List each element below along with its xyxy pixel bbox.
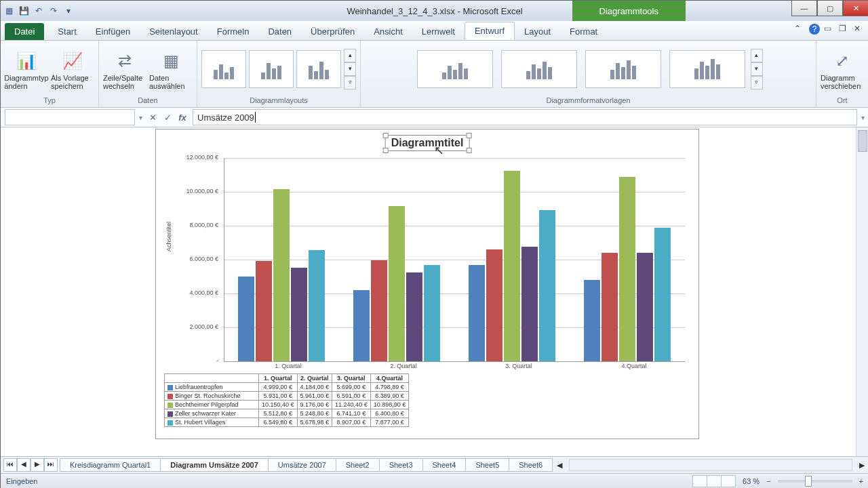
formula-input[interactable]: Umsätze 2009	[193, 109, 857, 125]
sheet-tab[interactable]: Umsätze 2007	[268, 458, 336, 472]
bar[interactable]	[637, 253, 653, 361]
ribbon-collapse-icon[interactable]: ⌃	[794, 24, 805, 35]
bar[interactable]	[273, 189, 290, 361]
group-typ: 📊Diagrammtyp ändern 📈Als Vorlage speiche…	[1, 41, 99, 107]
zoom-out-button[interactable]: −	[766, 477, 770, 485]
tab-entwurf[interactable]: Entwurf	[465, 22, 515, 40]
chart-layout-option[interactable]	[201, 50, 246, 88]
bar[interactable]	[238, 277, 254, 361]
bar[interactable]	[486, 249, 502, 361]
first-sheet-button[interactable]: ⏮	[3, 458, 17, 472]
bar[interactable]	[539, 210, 555, 361]
save-template-button[interactable]: 📈Als Vorlage speichern	[51, 48, 94, 90]
chart-layout-option[interactable]	[296, 50, 341, 88]
chart-layout-option[interactable]	[249, 50, 294, 88]
formula-text: Umsätze 2009	[197, 113, 254, 123]
horizontal-scrollbar[interactable]	[569, 459, 852, 471]
switch-row-col-button[interactable]: ⇄Zeile/Spalte wechseln	[103, 48, 146, 90]
tab-lernwelt[interactable]: Lernwelt	[412, 23, 465, 40]
bar[interactable]	[521, 247, 538, 361]
ribbon: 📊Diagrammtyp ändern 📈Als Vorlage speiche…	[1, 41, 868, 108]
workbook-close-icon[interactable]: ✕	[854, 24, 865, 35]
bar[interactable]	[424, 265, 440, 361]
mdi-restore-icon[interactable]: ❐	[839, 24, 850, 35]
confirm-icon[interactable]: ✓	[161, 111, 174, 123]
save-icon[interactable]: 💾	[18, 5, 29, 16]
zoom-in-button[interactable]: +	[859, 477, 863, 485]
minimize-button[interactable]: —	[791, 1, 817, 16]
bar[interactable]	[504, 171, 520, 361]
sheet-tab[interactable]: Sheet4	[422, 458, 467, 472]
bar[interactable]	[601, 253, 618, 361]
tab-datei[interactable]: Datei	[5, 23, 44, 40]
embedded-chart[interactable]: Diagrammtitel ↖ Achsentitel -2.000,00 €4…	[155, 129, 699, 439]
contextual-tab-diagrammtools: Diagrammtools	[572, 1, 686, 21]
move-chart-button[interactable]: ⤢Diagramm verschieben	[821, 48, 864, 90]
bar[interactable]	[584, 280, 600, 361]
tab-scroll-left[interactable]: ◀	[553, 461, 566, 470]
bar[interactable]	[406, 272, 422, 361]
formula-expand-icon[interactable]: ▾	[857, 114, 868, 121]
tab-formeln[interactable]: Formeln	[208, 23, 259, 40]
worksheet-area[interactable]: Diagrammtitel ↖ Achsentitel -2.000,00 €4…	[1, 127, 868, 456]
tab-ansicht[interactable]: Ansicht	[364, 23, 412, 40]
bar[interactable]	[389, 206, 405, 361]
fx-icon[interactable]: fx	[176, 111, 189, 123]
bar[interactable]	[353, 290, 370, 361]
x-tick-label: 3. Quartal	[468, 363, 570, 369]
chart-style-option[interactable]	[501, 50, 577, 88]
y-tick-label: 4.000,00 €	[171, 289, 218, 296]
change-chart-type-button[interactable]: 📊Diagrammtyp ändern	[5, 48, 48, 90]
view-buttons[interactable]	[693, 475, 736, 487]
layouts-scroll[interactable]: ▴▾▿	[344, 49, 356, 89]
window-restore-icon[interactable]: ▭	[824, 24, 835, 35]
tab-layout[interactable]: Layout	[515, 23, 560, 40]
tab-seitenlayout[interactable]: Seitenlayout	[140, 23, 208, 40]
vertical-scrollbar[interactable]	[856, 127, 868, 456]
bar[interactable]	[469, 265, 485, 361]
sheet-tab[interactable]: Sheet5	[465, 458, 509, 472]
help-icon[interactable]: ?	[809, 24, 820, 35]
bar[interactable]	[654, 228, 671, 361]
tab-start[interactable]: Start	[48, 23, 85, 40]
sheet-tab[interactable]: Sheet6	[509, 458, 553, 472]
scrollbar-thumb[interactable]	[858, 130, 867, 152]
tab-einfuegen[interactable]: Einfügen	[86, 23, 140, 40]
maximize-button[interactable]: ▢	[817, 1, 843, 16]
bar[interactable]	[619, 177, 635, 361]
qat-more-icon[interactable]: ▾	[63, 5, 74, 16]
chart-style-option[interactable]	[669, 50, 745, 88]
zoom-slider[interactable]	[778, 480, 852, 483]
bar[interactable]	[291, 268, 307, 361]
name-box[interactable]	[5, 109, 135, 125]
excel-icon: ▦	[3, 5, 14, 16]
last-sheet-button[interactable]: ⏭	[44, 458, 58, 472]
bar[interactable]	[256, 261, 272, 361]
tab-ueberpruefen[interactable]: Überprüfen	[301, 23, 364, 40]
close-button[interactable]: ✕	[843, 1, 868, 16]
bar[interactable]	[309, 250, 325, 361]
styles-scroll[interactable]: ▴▾▿	[751, 49, 763, 89]
select-data-button[interactable]: ▦Daten auswählen	[149, 48, 193, 90]
undo-icon[interactable]: ↶	[33, 5, 44, 16]
prev-sheet-button[interactable]: ◀	[17, 458, 31, 472]
tab-format[interactable]: Format	[560, 23, 607, 40]
sheet-tab[interactable]: Diagramm Umsätze 2007	[160, 458, 269, 472]
group-daten: ⇄Zeile/Spalte wechseln ▦Daten auswählen …	[99, 41, 197, 107]
chart-style-option[interactable]	[417, 50, 493, 88]
chart-title[interactable]: Diagrammtitel	[385, 135, 470, 151]
sheet-tab[interactable]: Sheet2	[336, 458, 380, 472]
sheet-tab[interactable]: Kreisdiagramm Quartal1	[60, 458, 161, 472]
redo-icon[interactable]: ↷	[48, 5, 59, 16]
tab-daten[interactable]: Daten	[258, 23, 301, 40]
next-sheet-button[interactable]: ▶	[31, 458, 44, 472]
tab-scroll-right[interactable]: ▶	[855, 461, 868, 470]
chart-style-option[interactable]	[585, 50, 661, 88]
plot-area[interactable]	[224, 158, 685, 362]
cancel-icon[interactable]: ✕	[146, 111, 159, 123]
x-tick-label: 4.Quartal	[583, 363, 685, 369]
status-mode: Eingeben	[6, 477, 38, 485]
bar[interactable]	[371, 260, 387, 361]
sheet-tab[interactable]: Sheet3	[379, 458, 423, 472]
sheet-tab-bar: ⏮ ◀ ▶ ⏭ Kreisdiagramm Quartal1Diagramm U…	[1, 456, 868, 473]
